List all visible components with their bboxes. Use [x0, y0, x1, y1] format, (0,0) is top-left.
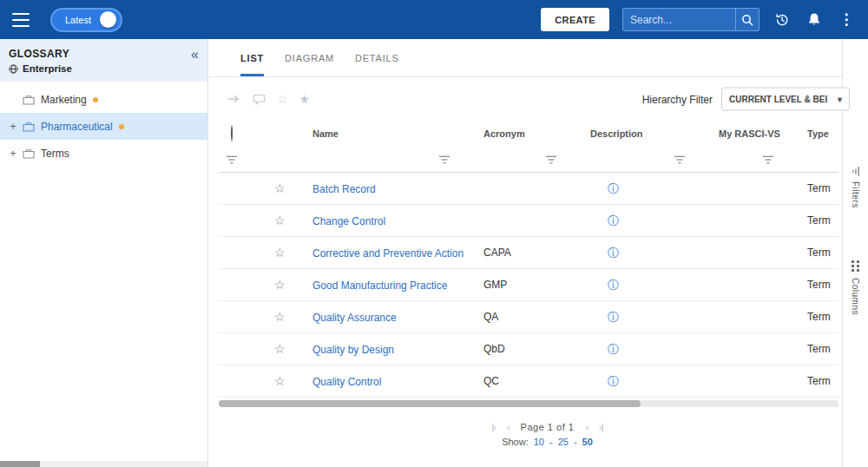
- sidebar-item-terms[interactable]: + Terms: [0, 140, 207, 167]
- sidebar-horizontal-scrollbar: [0, 461, 207, 467]
- column-header-description[interactable]: Description: [580, 128, 708, 139]
- latest-toggle[interactable]: Latest: [50, 8, 122, 32]
- glossary-title: GLOSSARY: [9, 48, 72, 60]
- type-cell: Term: [797, 311, 838, 323]
- search-input[interactable]: [623, 9, 735, 30]
- main-content: LIST DIAGRAM DETAILS ☆ ★ Hierarchy Filte…: [209, 39, 842, 467]
- tab-diagram[interactable]: DIAGRAM: [285, 39, 334, 76]
- star-icon[interactable]: ☆: [274, 214, 286, 227]
- last-page-button[interactable]: ›|: [599, 422, 603, 432]
- view-tabs: LIST DIAGRAM DETAILS: [209, 39, 842, 77]
- app: Latest CREATE ⋮ GLOSSARY: [0, 0, 868, 467]
- sidebar-item-label: Pharmaceutical: [41, 121, 113, 133]
- collapse-sidebar-icon[interactable]: «: [191, 48, 197, 62]
- sidebar: GLOSSARY Enterprise « Marketing: [0, 39, 208, 467]
- table-row: ☆ Quality Assurance QA ⓘ Term: [219, 301, 838, 333]
- star-icon[interactable]: ☆: [274, 342, 286, 356]
- term-link[interactable]: Quality by Design: [312, 344, 394, 356]
- hierarchy-filter-dropdown[interactable]: CURRENT LEVEL & BEI ▾: [721, 88, 850, 111]
- filter-funnel-icon[interactable]: [674, 155, 686, 164]
- type-cell: Term: [797, 279, 838, 291]
- hamburger-menu-icon[interactable]: [12, 13, 30, 27]
- term-link[interactable]: Batch Record: [312, 183, 376, 195]
- type-cell: Term: [797, 375, 838, 387]
- glossary-heading: GLOSSARY Enterprise: [9, 48, 72, 74]
- sidebar-item-label: Terms: [41, 148, 69, 160]
- show-label: Show:: [502, 437, 529, 447]
- filter-funnel-icon[interactable]: [438, 155, 450, 164]
- term-link[interactable]: Change Control: [312, 215, 385, 227]
- sidebar-item-marketing[interactable]: Marketing: [0, 86, 207, 113]
- previous-page-button[interactable]: ‹: [507, 422, 510, 432]
- kebab-menu-icon[interactable]: ⋮: [837, 10, 856, 30]
- chevron-down-icon: ▾: [838, 95, 842, 104]
- toggle-knob-icon: [100, 11, 116, 28]
- page-size-10[interactable]: 10: [534, 437, 544, 447]
- pagination: |‹ ‹ Page 1 of 1 › ›|: [209, 422, 842, 432]
- tab-list[interactable]: LIST: [240, 39, 264, 76]
- term-link[interactable]: Corrective and Preventive Action: [312, 247, 464, 260]
- info-icon[interactable]: ⓘ: [608, 343, 619, 356]
- filter-funnel-icon[interactable]: [545, 155, 557, 164]
- column-header-rasci[interactable]: My RASCI-VS: [708, 128, 797, 139]
- star-icon[interactable]: ☆: [274, 310, 286, 324]
- info-icon[interactable]: ⓘ: [608, 375, 619, 388]
- column-header-name[interactable]: Name: [302, 128, 473, 139]
- type-cell: Term: [797, 214, 838, 227]
- page-size-25[interactable]: 25: [558, 437, 569, 447]
- term-link[interactable]: Good Manufacturing Practice: [312, 280, 447, 292]
- notifications-bell-icon[interactable]: [805, 10, 824, 30]
- filter-funnel-icon[interactable]: [762, 155, 774, 164]
- comment-icon[interactable]: [253, 94, 266, 105]
- status-dot-icon: [119, 124, 124, 129]
- star-filled-icon[interactable]: ★: [299, 93, 311, 105]
- star-outline-icon[interactable]: ☆: [277, 93, 288, 105]
- column-header-acronym[interactable]: Acronym: [473, 128, 580, 139]
- filters-panel-tab[interactable]: Filters: [843, 168, 868, 208]
- filter-funnel-icon[interactable]: [226, 155, 238, 164]
- table-filter-row: [219, 147, 838, 173]
- acronym-cell: QC: [473, 375, 580, 387]
- expand-icon[interactable]: +: [7, 148, 19, 159]
- star-icon[interactable]: ☆: [274, 246, 286, 260]
- history-icon[interactable]: [773, 10, 792, 30]
- columns-tab-label: Columns: [851, 278, 860, 315]
- term-link[interactable]: Quality Assurance: [312, 312, 397, 324]
- scrollbar-thumb[interactable]: [219, 400, 641, 407]
- status-dot-icon: [93, 97, 98, 102]
- filters-tab-label: Filters: [851, 181, 860, 208]
- move-arrow-icon[interactable]: [227, 94, 241, 104]
- info-icon[interactable]: ⓘ: [608, 182, 619, 195]
- table-header-row: Name Acronym Description My RASCI-VS Typ…: [219, 121, 838, 147]
- info-icon[interactable]: ⓘ: [608, 247, 619, 260]
- tab-details[interactable]: DETAILS: [355, 39, 399, 76]
- hierarchy-filter-value: CURRENT LEVEL & BEI: [729, 95, 827, 104]
- sidebar-item-pharmaceutical[interactable]: + Pharmaceutical: [0, 113, 207, 140]
- column-header-type[interactable]: Type: [797, 128, 838, 139]
- page-size-50[interactable]: 50: [582, 437, 593, 447]
- select-all-checkbox[interactable]: [231, 125, 233, 141]
- table-body: ☆ Batch Record ⓘ Term ☆ Change Control ⓘ…: [219, 173, 838, 398]
- topbar: Latest CREATE ⋮: [0, 0, 868, 39]
- star-icon[interactable]: ☆: [274, 278, 286, 292]
- expand-icon[interactable]: +: [7, 121, 19, 132]
- star-icon[interactable]: ☆: [274, 374, 286, 388]
- acronym-cell: QbD: [473, 343, 580, 355]
- sidebar-item-label: Marketing: [41, 94, 87, 106]
- columns-panel-tab[interactable]: Columns: [843, 260, 868, 315]
- term-link[interactable]: Quality Control: [312, 376, 381, 388]
- create-button[interactable]: CREATE: [541, 8, 609, 31]
- star-icon[interactable]: ☆: [274, 181, 286, 195]
- next-page-button[interactable]: ›: [585, 422, 588, 432]
- info-icon[interactable]: ⓘ: [608, 311, 619, 324]
- first-page-button[interactable]: |‹: [491, 422, 496, 432]
- sidebar-header: GLOSSARY Enterprise «: [0, 39, 207, 82]
- filters-icon: [852, 167, 859, 177]
- scrollbar-thumb[interactable]: [0, 461, 40, 467]
- glossary-tree: Marketing + Pharmaceutical + Terms: [0, 82, 207, 167]
- acronym-cell: QA: [473, 311, 580, 323]
- info-icon[interactable]: ⓘ: [608, 214, 619, 227]
- info-icon[interactable]: ⓘ: [608, 279, 619, 292]
- search-icon[interactable]: [735, 9, 759, 30]
- table-row: ☆ Quality Control QC ⓘ Term: [219, 365, 838, 398]
